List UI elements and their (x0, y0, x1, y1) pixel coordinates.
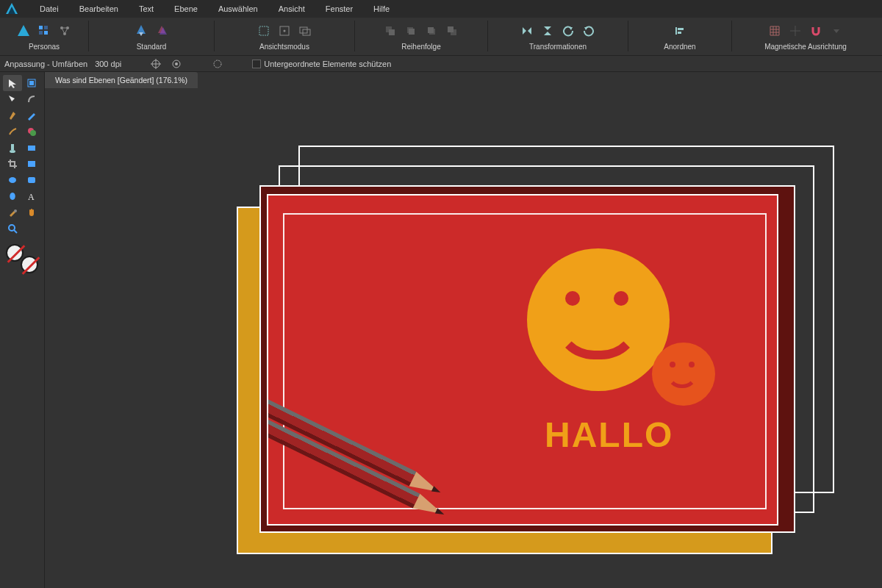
tool-hand[interactable] (22, 204, 41, 220)
tool-rectangle[interactable] (22, 156, 41, 172)
menu-ansicht[interactable]: Ansicht (268, 0, 315, 18)
svg-rect-24 (428, 27, 434, 33)
tool-move[interactable] (3, 75, 22, 91)
options-bar: Anpassung - Umfärben 300 dpi Untergeordn… (0, 56, 882, 72)
tool-eyedropper[interactable] (3, 204, 22, 220)
document-tab[interactable]: Was sind Ebenen [Geändert] (176.1%) (45, 72, 198, 88)
tool-rounded-rect[interactable] (22, 172, 41, 188)
defaults-sync-icon[interactable] (133, 23, 149, 39)
lock-children-icon[interactable] (211, 57, 224, 71)
checkbox-icon[interactable] (252, 60, 261, 68)
back-color-swatch[interactable] (21, 256, 38, 273)
canvas[interactable]: HALLO (45, 88, 882, 588)
snap-dropdown-icon[interactable] (828, 23, 845, 39)
toolbar-label-transform: Transformationen (529, 43, 587, 51)
defaults-revert-icon[interactable] (154, 23, 170, 39)
layer-card-red[interactable]: HALLO (267, 194, 778, 526)
svg-point-55 (9, 177, 16, 183)
svg-rect-6 (39, 31, 43, 35)
svg-rect-54 (28, 161, 35, 167)
tool-shapes[interactable] (3, 188, 22, 204)
menu-auswaehlen[interactable]: Auswählen (208, 0, 268, 18)
svg-point-59 (9, 225, 15, 231)
svg-marker-31 (569, 27, 573, 30)
tool-node[interactable] (3, 91, 22, 107)
menu-fenster[interactable]: Fenster (315, 0, 363, 18)
rotate-ccw-icon[interactable] (560, 23, 576, 39)
tool-brush[interactable] (3, 123, 22, 140)
tool-fill[interactable] (3, 140, 22, 156)
tool-pen[interactable] (3, 107, 22, 123)
order-to-front-icon[interactable] (444, 23, 460, 39)
viewmode-retina-icon[interactable] (276, 23, 293, 39)
svg-marker-11 (139, 32, 143, 36)
snap-magnet-icon[interactable] (808, 23, 824, 39)
toolbar-label-order: Reihenfolge (401, 43, 440, 51)
viewmode-outline-icon[interactable] (297, 23, 313, 39)
snap-guides-icon[interactable] (787, 23, 803, 39)
tool-corner[interactable] (22, 91, 41, 107)
viewmode-pixels-icon[interactable] (256, 23, 272, 39)
color-chooser[interactable] (6, 244, 38, 273)
svg-rect-20 (389, 29, 395, 35)
toolbar-label-arrange: Anordnen (664, 43, 695, 51)
svg-marker-28 (528, 27, 531, 35)
menubar: Datei Bearbeiten Text Ebene Auswählen An… (0, 0, 882, 18)
tool-crop[interactable] (3, 156, 22, 172)
tool-artboard[interactable] (22, 75, 41, 91)
svg-rect-5 (44, 26, 48, 29)
svg-marker-48 (9, 96, 15, 101)
svg-line-60 (14, 230, 17, 233)
svg-marker-45 (9, 79, 16, 88)
menu-text[interactable]: Text (129, 0, 164, 18)
svg-rect-56 (28, 177, 35, 183)
persona-export-icon[interactable] (57, 23, 73, 39)
svg-marker-38 (833, 29, 839, 33)
rotate-cw-icon[interactable] (581, 23, 597, 39)
adjustment-label: Anpassung - Umfärben (4, 60, 87, 68)
tool-ellipse[interactable] (3, 172, 22, 188)
move-target-icon[interactable] (170, 57, 183, 71)
svg-rect-26 (448, 26, 453, 32)
svg-point-52 (10, 150, 15, 153)
menu-bearbeiten[interactable]: Bearbeiten (69, 0, 129, 18)
order-back-one-icon[interactable] (403, 23, 419, 39)
persona-designer-icon[interactable] (15, 23, 32, 39)
toolbar-group-standard: Standard (89, 18, 214, 52)
tool-text[interactable]: A (22, 188, 41, 204)
menu-hilfe[interactable]: Hilfe (363, 0, 400, 18)
svg-point-44 (214, 60, 221, 68)
flip-horizontal-icon[interactable] (519, 23, 535, 39)
menu-datei[interactable]: Datei (29, 0, 69, 18)
svg-rect-34 (678, 28, 684, 30)
tool-empty (22, 220, 41, 237)
protect-children-checkbox[interactable]: Untergeordnete Elemente schützen (252, 60, 391, 68)
persona-pixel-icon[interactable] (36, 23, 52, 39)
tool-color-replace[interactable] (22, 123, 41, 140)
smiley-large (527, 248, 670, 391)
svg-rect-4 (44, 31, 48, 35)
toolbar-label-standard: Standard (137, 43, 167, 51)
order-to-back-icon[interactable] (382, 23, 398, 39)
flip-vertical-icon[interactable] (539, 23, 556, 39)
menu-ebene[interactable]: Ebene (164, 0, 208, 18)
move-center-icon[interactable] (149, 57, 162, 71)
svg-rect-47 (29, 81, 34, 85)
tool-zoom[interactable] (3, 220, 22, 237)
toolbar-group-personas: Personas (0, 18, 88, 52)
order-forward-one-icon[interactable] (423, 23, 440, 39)
tool-gradient[interactable] (22, 140, 41, 156)
tool-pencil[interactable] (22, 107, 41, 123)
svg-rect-3 (39, 26, 43, 29)
align-icon[interactable] (672, 23, 688, 39)
dpi-label: 300 dpi (95, 60, 121, 68)
svg-rect-53 (28, 146, 35, 151)
svg-point-58 (14, 209, 17, 212)
toolbar: Personas Standard Ansichtsmodus (0, 18, 882, 56)
document-tabbar: Was sind Ebenen [Geändert] (176.1%) (45, 72, 198, 88)
snap-grid-icon[interactable] (767, 23, 783, 39)
svg-rect-35 (678, 32, 681, 34)
svg-point-50 (30, 130, 36, 136)
tool-palette: A (0, 72, 45, 588)
front-color-swatch[interactable] (6, 244, 24, 262)
